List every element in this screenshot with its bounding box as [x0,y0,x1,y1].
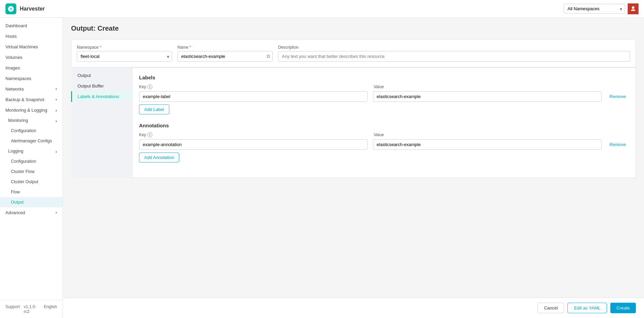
sidebar-item-cluster-flow[interactable]: Cluster Flow [0,166,63,177]
topbar: Harvester All Namespaces [0,0,644,18]
annotations-title: Annotations [139,123,629,128]
sidebar-item-label: Dashboard [5,23,27,28]
description-field: Description [278,45,630,62]
sidebar-item-flow[interactable]: Flow [0,187,63,197]
cancel-button[interactable]: Cancel [538,303,564,313]
topbar-left: Harvester [5,3,45,14]
tab-content: Labels Key ℹ Value Remove [132,67,636,178]
chevron-up-icon: ▴ [55,119,57,123]
sidebar-item-label: Hosts [5,34,17,39]
copy-icon[interactable]: ⧉ [267,53,270,59]
edit-yaml-button[interactable]: Edit as YAML [567,303,607,313]
sidebar-item-label: Monitoring & Logging [5,108,47,113]
annotation-value-input[interactable] [373,139,601,150]
page-title-action: Create [98,25,119,32]
page-title: Output: Create [71,25,636,32]
sub-nav-item-labels-annotations[interactable]: Labels & Annotations [71,91,132,102]
remove-label-button[interactable]: Remove [607,94,629,99]
sidebar-item-label: Monitoring [8,118,28,123]
info-icon[interactable]: ℹ [148,132,152,137]
remove-annotation-button[interactable]: Remove [607,142,629,147]
sidebar-item-configuration-mon[interactable]: Configuration [0,126,63,136]
sub-nav-panel: Output Output Buffer Labels & Annotation… [71,67,132,178]
main-content: Output: Create Namespace * fleet-local [63,18,644,318]
sidebar-item-label: Networks [5,86,24,92]
chevron-up-icon: ▴ [55,108,57,112]
label-value-input[interactable] [373,91,601,102]
sidebar-item-alertmanager-configs[interactable]: Alertmanager Configs [0,136,63,146]
chevron-down-icon: ▾ [55,98,57,101]
annotation-row: Remove [139,139,629,150]
labels-key-header: Key ℹ [139,84,368,89]
sidebar-item-dashboard[interactable]: Dashboard [0,20,63,31]
sidebar-item-images[interactable]: Images [0,63,63,73]
sidebar-item-label: Images [5,65,20,70]
page-title-prefix: Output: [71,25,96,32]
sidebar-item-label: Alertmanager Configs [11,139,52,143]
sidebar: Dashboard Hosts Virtual Machines Volumes… [0,18,63,318]
sidebar-item-hosts[interactable]: Hosts [0,31,63,42]
app-title: Harvester [20,6,45,12]
sidebar-item-cluster-output[interactable]: Cluster Output [0,177,63,187]
sidebar-item-configuration-log[interactable]: Configuration [0,156,63,166]
chevron-up-icon: ▴ [55,149,57,153]
info-icon[interactable]: ℹ [148,84,152,89]
namespace-select-wrapper[interactable]: fleet-local [77,51,172,62]
required-indicator: * [100,45,101,50]
description-input[interactable] [278,51,630,62]
name-input[interactable] [177,51,273,62]
namespace-select[interactable]: All Namespaces [564,4,625,14]
create-button[interactable]: Create [610,303,636,313]
sidebar-item-label: Configuration [11,159,36,164]
sidebar-item-label: Backup & Snapshot [5,97,44,102]
sidebar-item-backup-snapshot[interactable]: Backup & Snapshot ▾ [0,94,63,105]
support-link[interactable]: Support [5,304,20,314]
sidebar-item-monitoring[interactable]: Monitoring ▴ [0,115,63,126]
version-label: v1.1.0-rc2 [24,304,40,314]
labels-title: Labels [139,75,629,80]
app-logo [5,3,16,14]
annotation-key-input[interactable] [139,139,368,150]
namespace-field: Namespace * fleet-local [77,45,172,62]
sidebar-item-advanced[interactable]: Advanced ▾ [0,207,63,218]
form-top: Namespace * fleet-local Name * [71,39,636,67]
name-field: Name * ⧉ [177,45,273,62]
sidebar-item-networks[interactable]: Networks ▾ [0,84,63,94]
annotations-value-header: Value [374,132,603,137]
sidebar-item-label: Cluster Flow [11,169,34,174]
sidebar-item-label: Cluster Output [11,179,38,184]
language-link[interactable]: English [44,304,57,314]
footer-bar: Cancel Edit as YAML Create [63,298,644,318]
sidebar-item-volumes[interactable]: Volumes [0,52,63,63]
namespace-label: Namespace * [77,45,172,50]
sidebar-item-label: Namespaces [5,76,31,81]
sidebar-item-label: Configuration [11,128,36,133]
add-label-button[interactable]: Add Label [139,105,169,114]
sidebar-item-label: Output [11,200,24,205]
annotations-section: Annotations Key ℹ Value Re [139,123,629,162]
sidebar-item-namespaces[interactable]: Namespaces [0,73,63,84]
sidebar-item-virtual-machines[interactable]: Virtual Machines [0,42,63,52]
sidebar-item-output[interactable]: Output [0,197,63,207]
labels-action-header [608,84,629,89]
sidebar-item-label: Flow [11,190,20,194]
label-key-input[interactable] [139,91,368,102]
labels-value-header: Value [374,84,603,89]
add-annotation-button[interactable]: Add Annotation [139,153,179,162]
name-input-wrapper: ⧉ [177,51,273,62]
annotations-kv-header: Key ℹ Value [139,132,629,137]
sub-nav-item-output-buffer[interactable]: Output Buffer [71,81,132,91]
namespace-dropdown[interactable]: fleet-local [77,51,172,62]
sidebar-item-label: Volumes [5,55,22,60]
sidebar-item-monitoring-logging[interactable]: Monitoring & Logging ▴ [0,105,63,115]
sidebar-footer: Support v1.1.0-rc2 English [0,300,63,318]
sidebar-item-logging[interactable]: Logging ▴ [0,146,63,156]
sidebar-item-label: Virtual Machines [5,44,38,49]
section-divider: Output Output Buffer Labels & Annotation… [71,67,636,178]
namespace-selector-wrapper[interactable]: All Namespaces [564,4,625,14]
layout: Dashboard Hosts Virtual Machines Volumes… [0,18,644,318]
sub-nav-item-output[interactable]: Output [71,70,132,81]
description-label: Description [278,45,630,50]
sidebar-item-label: Logging [8,149,23,154]
user-button[interactable] [628,3,639,14]
